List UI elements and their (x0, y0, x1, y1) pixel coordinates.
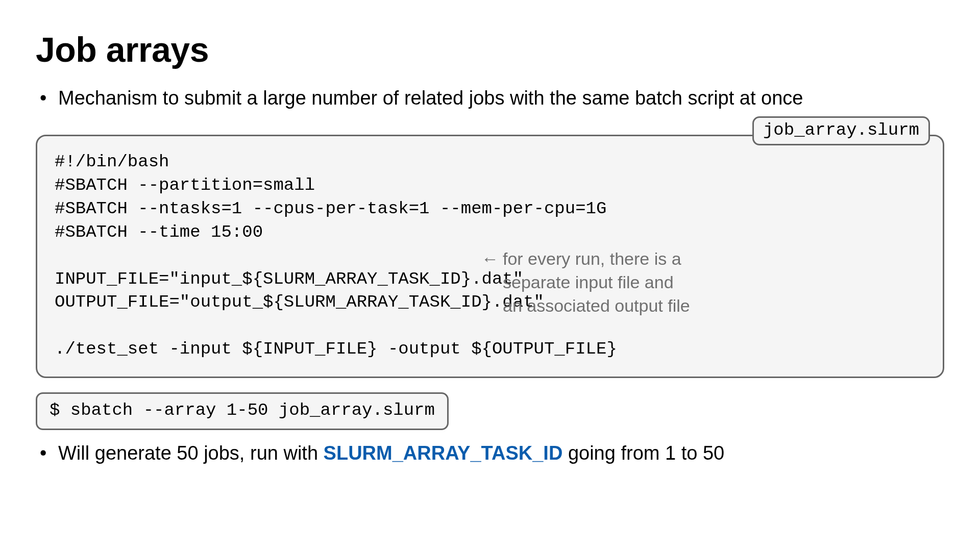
result-bullet: Will generate 50 jobs, run with SLURM_AR… (36, 440, 944, 466)
filename-label: job_array.slurm (752, 116, 930, 145)
code-line: OUTPUT_FILE="output_${SLURM_ARRAY_TASK_I… (55, 292, 544, 312)
code-line: ./test_set -input ${INPUT_FILE} -output … (55, 339, 617, 359)
intro-bullet-list: Mechanism to submit a large number of re… (36, 85, 944, 111)
result-bullet-list: Will generate 50 jobs, run with SLURM_AR… (36, 440, 944, 466)
annotation-line: an associated output file (503, 296, 690, 315)
code-line: INPUT_FILE="input_${SLURM_ARRAY_TASK_ID}… (55, 269, 523, 289)
slide: Job arrays Mechanism to submit a large n… (0, 0, 980, 551)
script-block: job_array.slurm #!/bin/bash #SBATCH --pa… (36, 135, 944, 378)
code-line: #SBATCH --partition=small (55, 176, 315, 195)
arrow-left-icon: ← (481, 247, 499, 271)
script-annotation: ←for every run, there is a←separate inpu… (481, 247, 747, 318)
annotation-line: separate input file and (503, 272, 674, 292)
slide-title: Job arrays (36, 31, 944, 69)
annotation-line: for every run, there is a (503, 249, 681, 268)
intro-bullet: Mechanism to submit a large number of re… (36, 85, 944, 111)
code-line: #!/bin/bash (55, 152, 169, 171)
code-line: #SBATCH --time 15:00 (55, 222, 263, 242)
script-code: #!/bin/bash #SBATCH --partition=small #S… (36, 135, 944, 378)
result-text-pre: Will generate 50 jobs, run with (58, 442, 324, 464)
result-text-post: going from 1 to 50 (562, 442, 724, 464)
command-code: $ sbatch --array 1-50 job_array.slurm (36, 392, 449, 430)
code-line: #SBATCH --ntasks=1 --cpus-per-task=1 --m… (55, 199, 606, 218)
env-var-highlight: SLURM_ARRAY_TASK_ID (324, 442, 563, 464)
